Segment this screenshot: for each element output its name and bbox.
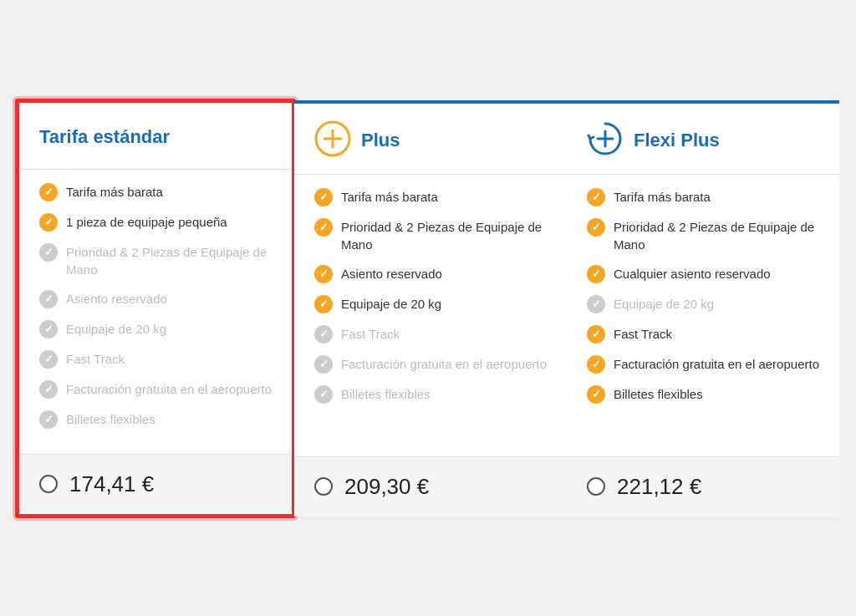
check-disabled-icon: ✓ [39, 290, 58, 308]
plan-price-plus: 209,30 € [344, 474, 429, 500]
plan-card-standard[interactable]: Tarifa estándar✓Tarifa más barata✓1 piez… [17, 100, 294, 517]
feature-item: ✓Facturación gratuita en el aeropuerto [587, 355, 819, 374]
plan-header-flexi-plus: Flexi Plus [567, 104, 839, 175]
feature-text: Equipaje de 20 kg [614, 295, 714, 313]
plan-footer-plus[interactable]: 209,30 € [294, 456, 567, 517]
plan-icon-plus [314, 120, 351, 160]
check-active-icon: ✓ [314, 218, 333, 237]
plan-title-flexi-plus: Flexi Plus [634, 130, 720, 151]
feature-text: Fast Track [614, 325, 672, 343]
plan-footer-standard[interactable]: 174,41 € [19, 454, 292, 514]
check-active-icon: ✓ [314, 265, 333, 283]
feature-text: Facturación gratuita en el aeropuerto [341, 355, 547, 373]
plan-features-standard: ✓Tarifa más barata✓1 pieza de equipaje p… [19, 170, 292, 454]
plan-card-flexi-plus[interactable]: Flexi Plus✓Tarifa más barata✓Prioridad &… [567, 100, 839, 517]
feature-item: ✓1 pieza de equipaje pequeña [39, 213, 272, 232]
feature-item: ✓Billetes flexibles [39, 410, 272, 429]
plan-radio-plus[interactable] [314, 477, 333, 496]
plan-radio-flexi-plus[interactable] [587, 477, 605, 496]
feature-text: Billetes flexibles [66, 410, 155, 428]
check-active-icon: ✓ [39, 183, 58, 201]
check-active-icon: ✓ [39, 213, 58, 232]
feature-item: ✓Tarifa más barata [314, 188, 547, 206]
check-active-icon: ✓ [587, 325, 605, 344]
feature-text: Prioridad & 2 Piezas de Equipaje de Mano [66, 243, 272, 278]
plan-features-plus: ✓Tarifa más barata✓Prioridad & 2 Piezas … [294, 175, 567, 456]
plan-header-plus: Plus [294, 104, 567, 175]
feature-text: Billetes flexibles [614, 385, 703, 403]
check-active-icon: ✓ [314, 295, 333, 313]
feature-item: ✓Asiento reservado [314, 265, 547, 283]
check-active-icon: ✓ [587, 218, 605, 237]
check-active-icon: ✓ [587, 355, 605, 374]
feature-item: ✓Fast Track [314, 325, 547, 344]
feature-text: Fast Track [341, 325, 400, 343]
feature-item: ✓Tarifa más barata [39, 183, 272, 201]
feature-text: Facturación gratuita en el aeropuerto [66, 380, 272, 398]
check-disabled-icon: ✓ [587, 295, 605, 313]
check-disabled-icon: ✓ [39, 320, 58, 339]
feature-item: ✓Prioridad & 2 Piezas de Equipaje de Man… [39, 243, 272, 278]
feature-item: ✓Prioridad & 2 Piezas de Equipaje de Man… [587, 218, 819, 253]
feature-text: Prioridad & 2 Piezas de Equipaje de Mano [614, 218, 819, 253]
plan-radio-standard[interactable] [39, 475, 58, 493]
feature-item: ✓Billetes flexibles [587, 385, 819, 404]
check-disabled-icon: ✓ [314, 355, 333, 374]
plan-price-flexi-plus: 221,12 € [617, 474, 701, 500]
check-disabled-icon: ✓ [39, 350, 58, 369]
feature-item: ✓Billetes flexibles [314, 385, 547, 404]
feature-item: ✓Fast Track [587, 325, 819, 344]
feature-text: Equipaje de 20 kg [341, 295, 441, 313]
feature-text: Equipaje de 20 kg [66, 320, 166, 338]
check-active-icon: ✓ [314, 188, 333, 206]
feature-text: Billetes flexibles [341, 385, 431, 403]
feature-text: Facturación gratuita en el aeropuerto [614, 355, 819, 373]
feature-text: Cualquier asiento reservado [614, 265, 771, 283]
feature-item: ✓Tarifa más barata [587, 188, 819, 206]
feature-item: ✓Equipaje de 20 kg [587, 295, 819, 313]
feature-item: ✓Equipaje de 20 kg [314, 295, 547, 313]
plan-price-standard: 174,41 € [69, 471, 154, 497]
feature-text: Prioridad & 2 Piezas de Equipaje de Mano [341, 218, 547, 253]
check-active-icon: ✓ [587, 265, 605, 283]
feature-text: Tarifa más barata [66, 183, 163, 201]
plans-container: Tarifa estándar✓Tarifa más barata✓1 piez… [17, 100, 839, 517]
check-disabled-icon: ✓ [314, 385, 333, 404]
feature-item: ✓Cualquier asiento reservado [587, 265, 819, 283]
check-disabled-icon: ✓ [314, 325, 333, 344]
plan-icon-flexi-plus [587, 120, 624, 160]
plan-header-standard: Tarifa estándar [19, 103, 292, 170]
feature-item: ✓Fast Track [39, 350, 272, 369]
feature-item: ✓Equipaje de 20 kg [39, 320, 272, 339]
feature-text: Asiento reservado [341, 265, 442, 283]
plan-footer-flexi-plus[interactable]: 221,12 € [567, 456, 839, 517]
feature-item: ✓Prioridad & 2 Piezas de Equipaje de Man… [314, 218, 547, 253]
feature-text: Tarifa más barata [614, 188, 711, 206]
check-disabled-icon: ✓ [39, 243, 58, 262]
feature-text: Asiento reservado [66, 290, 167, 308]
feature-text: 1 pieza de equipaje pequeña [66, 213, 227, 231]
check-active-icon: ✓ [587, 385, 605, 404]
check-disabled-icon: ✓ [39, 410, 58, 429]
feature-item: ✓Asiento reservado [39, 290, 272, 308]
plan-features-flexi-plus: ✓Tarifa más barata✓Prioridad & 2 Piezas … [567, 175, 839, 456]
plan-title-plus: Plus [361, 130, 400, 151]
plan-title-standard: Tarifa estándar [39, 126, 170, 148]
feature-item: ✓Facturación gratuita en el aeropuerto [39, 380, 272, 399]
check-active-icon: ✓ [587, 188, 605, 206]
feature-text: Fast Track [66, 350, 125, 368]
feature-item: ✓Facturación gratuita en el aeropuerto [314, 355, 547, 374]
check-disabled-icon: ✓ [39, 380, 58, 399]
plan-card-plus[interactable]: Plus✓Tarifa más barata✓Prioridad & 2 Pie… [294, 100, 567, 517]
feature-text: Tarifa más barata [341, 188, 438, 206]
